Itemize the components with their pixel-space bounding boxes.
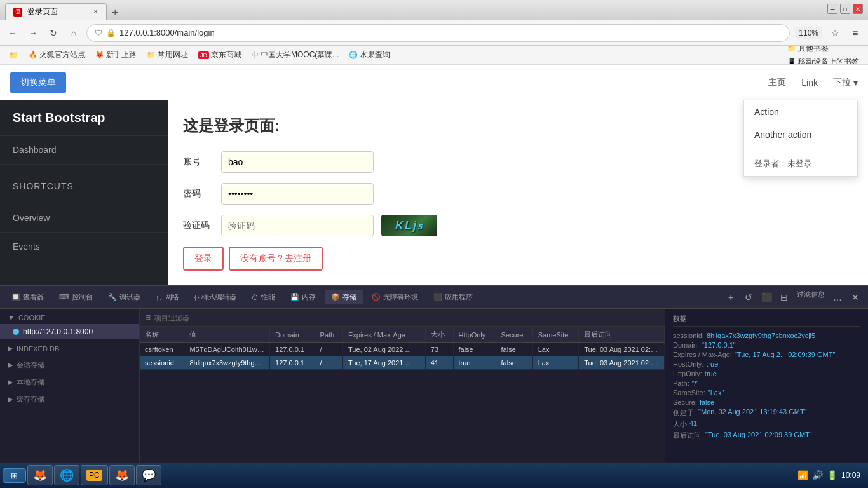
table-cell: Tue, 02 Aug 2022 ... [343,343,426,356]
elements-label: 查看器 [23,292,44,302]
browser-tab[interactable]: 登 登录页面 ✕ [5,3,107,20]
captcha-group: 验证码 KLj₅ [183,215,853,236]
nav-link-link[interactable]: Link [801,78,818,88]
detail-key: SameSite: [673,389,705,396]
new-tab-button[interactable]: + [107,6,124,20]
captcha-label: 验证码 [183,220,214,231]
col-path[interactable]: Path [315,327,342,343]
cookie-panel: ▼ Cookie http://127.0.0.1:8000 ▶ Indexed… [0,309,868,463]
username-input[interactable] [221,151,374,173]
detail-key: HostOnly: [673,360,703,368]
nav-dropdown: 下拉 ▾ Action Another action 登录者：未登录 [833,77,858,88]
bookmark-icon-common: 📁 [147,51,156,59]
devtools-expand-btn[interactable]: ⬛ [759,290,774,305]
indexeddb-section[interactable]: ▶ Indexed DB [0,339,139,355]
devtools-refresh-btn[interactable]: ↺ [741,290,756,305]
login-button[interactable]: 登录 [183,247,224,271]
devtools-filter-btn[interactable]: ⊟ [776,290,792,305]
devtools-tab-app[interactable]: ⬛ 应用程序 [427,290,479,304]
bookmark-huohu[interactable]: 🔥 火狐官方站点 [25,48,89,62]
col-httponly[interactable]: HttpOnly [453,327,496,343]
detail-key: 创建于: [673,408,696,417]
col-size[interactable]: 大小 [425,327,453,343]
devtools-tab-perf[interactable]: ⏱ 性能 [245,290,281,304]
home-button[interactable]: ⌂ [66,25,81,41]
cookie-sidebar-item-label: http://127.0.0.1:8000 [23,327,93,336]
table-cell: false [496,343,532,356]
devtools-tab-style[interactable]: {} 样式编辑器 [188,290,243,304]
detail-value: "127.0.0.1" [702,341,736,349]
maximize-button[interactable]: □ [840,4,850,14]
bookmark-others[interactable]: 📁 其他书签 [783,46,863,55]
detail-key: HttpOnly: [673,370,702,377]
devtools-tab-elements[interactable]: 🔲 查看器 [5,290,50,304]
back-button[interactable]: ← [5,25,20,41]
dropdown-item-another[interactable]: Another action [744,123,857,146]
col-domain[interactable]: Domain [270,327,315,343]
refresh-button[interactable]: ↻ [46,25,61,41]
devtools-tab-storage[interactable]: 📦 存储 [325,290,363,304]
bookmark-fruit[interactable]: 🌐 水果查询 [345,48,394,62]
cache-storage-section[interactable]: ▶ 缓存存储 [0,390,139,407]
cookie-section-expand-icon: ▼ [8,314,15,322]
forward-button[interactable]: → [25,25,41,41]
devtools-tab-memory[interactable]: 💾 内存 [284,290,322,304]
dropdown-item-action[interactable]: Action [744,100,857,123]
devtools-more-btn[interactable]: … [830,290,845,305]
table-cell: / [315,356,342,370]
cookie-filter-input[interactable] [154,314,660,322]
captcha-input[interactable] [221,215,374,236]
register-button[interactable]: 没有账号？去注册 [229,247,323,271]
sidebar-item-events[interactable]: Events [0,233,168,261]
devtools-tab-network[interactable]: ↑↓ 网络 [149,290,186,304]
table-row[interactable]: sessionid8hliqax7x3wzgty9thg7s...127.0.0… [140,356,665,370]
devtools-tab-accessibility[interactable]: 🚫 无障碍环境 [365,290,424,304]
devtools-filter-label: 过滤信息 [794,290,827,305]
bookmark-newbie[interactable]: 🦊 新手上路 [92,48,140,62]
table-row[interactable]: csrftokenM5TqDAgUColth8I1w7...127.0.0.1/… [140,343,665,356]
sidebar-item-shortcuts[interactable]: Shortcuts [13,172,155,200]
sidebar-item-overview[interactable]: Overview [0,204,168,233]
address-input-area[interactable]: 🛡 🔒 127.0.0.1:8000/main/login [86,24,790,42]
session-storage-section[interactable]: ▶ 会话存储 [0,355,139,372]
col-samesite[interactable]: SameSite [532,327,579,343]
devtools-tab-console[interactable]: ⌨ 控制台 [53,290,99,304]
tab-close-btn[interactable]: ✕ [93,8,98,16]
bookmark-mooc[interactable]: 中 中国大学MOOC(慕课... [248,48,342,62]
col-name[interactable]: 名称 [140,327,184,343]
bookmark-label-common: 常用网址 [158,50,188,60]
close-button[interactable]: ✕ [853,4,863,14]
col-expires[interactable]: Expires / Max-Age [343,327,426,343]
tab-favicon: 登 [13,8,22,17]
cookie-section-header[interactable]: ▼ Cookie [0,309,139,324]
dropdown-label: 下拉 [833,77,851,88]
bookmark-common[interactable]: 📁 常用网址 [143,48,192,62]
local-storage-section[interactable]: ▶ 本地存储 [0,372,139,390]
menu-button[interactable]: ≡ [848,25,863,41]
devtools-tab-debugger[interactable]: 🔧 调试器 [102,290,147,304]
cookie-sidebar-item-localhost[interactable]: http://127.0.0.1:8000 [0,324,139,339]
col-secure[interactable]: Secure [496,327,532,343]
minimize-button[interactable]: ─ [827,4,837,14]
col-lastaccess[interactable]: 最后访问 [579,327,665,343]
indexeddb-expand-icon: ▶ [8,344,13,353]
table-cell: / [315,343,342,356]
cookie-sidebar: ▼ Cookie http://127.0.0.1:8000 ▶ Indexed… [0,309,140,463]
nav-link-home[interactable]: 主页 [768,77,786,88]
bookmark-mobile[interactable]: 📱 移动设备上的书签 [783,55,863,65]
perf-label: 性能 [261,292,275,302]
hamburger-button[interactable]: 切换菜单 [10,72,66,93]
devtools-close-btn[interactable]: ✕ [848,290,863,305]
detail-row: 创建于: "Mon, 02 Aug 2021 13:19:43 GMT" [673,408,860,417]
password-input[interactable] [221,183,374,205]
col-value[interactable]: 值 [184,327,270,343]
devtools-add-btn[interactable]: + [723,290,738,305]
dropdown-toggle[interactable]: 下拉 ▾ [833,77,858,88]
captcha-image[interactable]: KLj₅ [381,215,437,236]
bookmark-jd[interactable]: JD 京东商城 [194,48,245,62]
address-text[interactable]: 127.0.0.1:8000/main/login [119,28,782,37]
sidebar-item-dashboard[interactable]: Dashboard [0,136,168,165]
bookmark-star-button[interactable]: ☆ [827,25,843,41]
bookmark-label-huohu: 火狐官方站点 [39,50,85,60]
devtools-panel: 🔲 查看器 ⌨ 控制台 🔧 调试器 ↑↓ 网络 {} 样式编辑器 ⏱ 性能 [0,285,868,463]
